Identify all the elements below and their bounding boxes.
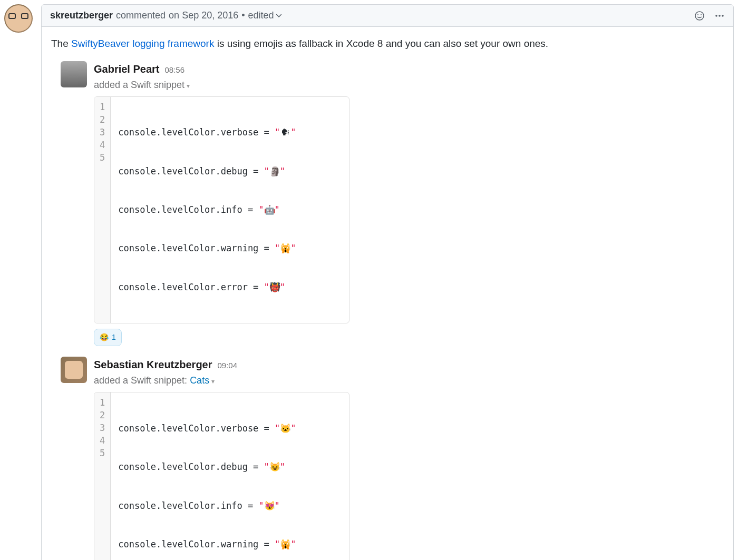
slack-author[interactable]: Sebastian Kreutzberger xyxy=(94,357,212,372)
body-paragraph-1: The SwiftyBeaver logging framework is us… xyxy=(51,36,724,52)
comment-action: commented xyxy=(116,10,166,21)
line-gutter: 12345 xyxy=(94,392,111,560)
swiftybeaver-link[interactable]: SwiftyBeaver logging framework xyxy=(71,38,214,49)
code-block: 12345 console.levelColor.verbose = "🗣" c… xyxy=(94,96,349,324)
slack-message: Sebastian Kreutzberger 09:04 added a Swi… xyxy=(61,357,724,560)
code-lines: console.levelColor.verbose = "🗣" console… xyxy=(111,97,303,323)
svg-point-5 xyxy=(722,15,724,17)
comment-box: skreutzberger commented on Sep 20, 2016 … xyxy=(41,4,734,560)
svg-point-3 xyxy=(715,15,717,17)
author-link[interactable]: skreutzberger xyxy=(50,10,113,21)
avatar[interactable] xyxy=(61,61,87,87)
emoji-reaction-icon[interactable] xyxy=(694,11,705,21)
kebab-menu-icon[interactable] xyxy=(714,11,725,21)
svg-point-1 xyxy=(697,14,698,15)
slack-author[interactable]: Gabriel Peart xyxy=(94,61,160,77)
comment-body: The SwiftyBeaver logging framework is us… xyxy=(42,27,733,560)
comment-container: skreutzberger commented on Sep 20, 2016 … xyxy=(4,4,734,560)
slack-message: Gabriel Peart 08:56 added a Swift snippe… xyxy=(61,61,724,347)
code-lines: console.levelColor.verbose = "🐱" console… xyxy=(111,392,303,560)
chevron-down-icon[interactable]: ▾ xyxy=(187,82,190,90)
edited-dropdown[interactable]: edited xyxy=(248,10,281,21)
svg-point-2 xyxy=(701,14,702,15)
slack-subtitle: added a Swift snippet▾ xyxy=(94,78,724,92)
slack-subtitle: added a Swift snippet: Cats▾ xyxy=(94,374,724,388)
svg-point-4 xyxy=(718,15,721,17)
chevron-down-icon xyxy=(276,14,281,17)
reaction-pill[interactable]: 😂 1 xyxy=(94,329,122,346)
laugh-emoji-icon: 😂 xyxy=(100,332,109,343)
svg-point-0 xyxy=(695,12,704,20)
comment-header: skreutzberger commented on Sep 20, 2016 … xyxy=(42,5,733,27)
snippet-link[interactable]: Cats xyxy=(190,375,209,386)
slack-time: 08:56 xyxy=(165,64,185,76)
comment-date[interactable]: on Sep 20, 2016 xyxy=(169,10,238,21)
line-gutter: 12345 xyxy=(94,97,111,323)
avatar[interactable] xyxy=(61,357,87,383)
avatar[interactable] xyxy=(4,4,33,33)
bullet: • xyxy=(241,10,245,21)
code-block: 12345 console.levelColor.verbose = "🐱" c… xyxy=(94,392,349,560)
slack-time: 09:04 xyxy=(218,360,238,372)
chevron-down-icon[interactable]: ▾ xyxy=(211,378,215,385)
